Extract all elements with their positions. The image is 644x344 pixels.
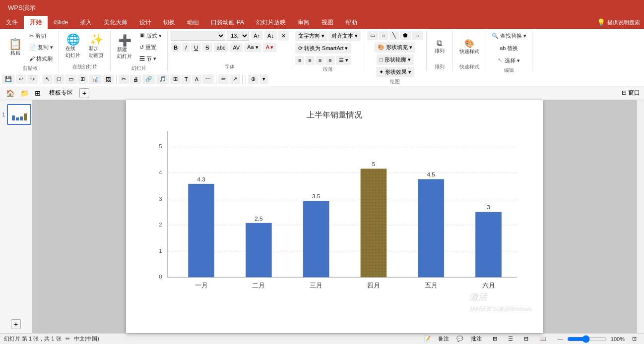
shapes-button[interactable]: ⬡ (54, 74, 64, 84)
image-button[interactable]: 🖼 (103, 75, 114, 84)
shape-effect-button[interactable]: ✦ 形状效果 ▾ (376, 67, 414, 77)
bold-button[interactable]: B (171, 43, 181, 52)
shadow-button[interactable]: abc (214, 43, 229, 52)
extra-button[interactable]: ▾ (259, 74, 268, 84)
tab-help[interactable]: 帮助 (339, 16, 363, 29)
print-button[interactable]: 🖨 (130, 75, 141, 84)
font-spacing-button[interactable]: AV (230, 43, 243, 52)
undo-button[interactable]: ↩ (16, 74, 26, 84)
bar-may[interactable] (418, 179, 444, 277)
tab-insert[interactable]: 插入 (74, 16, 98, 29)
align-right-button[interactable]: ≡ (316, 56, 324, 65)
replace-button[interactable]: ab 替换 (497, 43, 520, 54)
folder-icon[interactable]: 📁 (18, 88, 31, 98)
draw-tool-button[interactable]: ✏ (218, 74, 229, 84)
slide-sorter-button[interactable]: ⊟ (520, 335, 532, 343)
template-icon[interactable]: ⊞ (33, 88, 43, 98)
tab-pocketanim[interactable]: 口袋动画 PA (205, 16, 250, 29)
wordart-button[interactable]: A (192, 75, 201, 84)
cursor-button[interactable]: ↖ (42, 74, 53, 84)
convert-smartart-button[interactable]: ⟳ 转换为 SmartArt ▾ (295, 43, 351, 54)
reset-button[interactable]: ↺ 重置 (137, 42, 164, 53)
align-justify-button[interactable]: ≡ (325, 56, 334, 65)
view-toggle-button[interactable]: ⊞ (77, 74, 88, 84)
format-painter-button[interactable]: 🖌 格式刷 (27, 54, 56, 64)
cut-button[interactable]: ✂ 剪切 (27, 31, 56, 41)
text-case-button[interactable]: Aa ▾ (244, 43, 261, 52)
font-family-select[interactable] (171, 31, 225, 41)
tab-home[interactable]: 开始 (24, 16, 48, 29)
tab-slideshow[interactable]: 幻灯片放映 (250, 16, 292, 29)
italic-button[interactable]: I (182, 43, 190, 52)
tab-view[interactable]: 视图 (316, 16, 339, 29)
section-button[interactable]: ☰ 节 ▾ (137, 54, 164, 64)
new-slide-button[interactable]: ➕ 新建幻灯片 (114, 33, 135, 62)
bar-january[interactable] (188, 184, 214, 277)
underline-button[interactable]: U (191, 43, 201, 52)
frame-button[interactable]: ▭ (65, 74, 76, 84)
arrow-button[interactable]: → (412, 31, 423, 40)
tab-beautify[interactable]: 美化大师 (98, 16, 133, 29)
text-box-button[interactable]: T (182, 75, 191, 84)
clear-format-button[interactable]: ✕ (278, 31, 289, 41)
bar-june[interactable] (475, 212, 502, 278)
quick-style-button[interactable]: 🎨 快速样式 (456, 37, 483, 57)
table-button[interactable]: ⊞ (170, 74, 181, 84)
more-button[interactable]: ⋯ (202, 74, 214, 84)
align-left-button[interactable]: ≡ (295, 56, 304, 65)
copy-button[interactable]: 📄 复制 ▾ (27, 42, 56, 53)
strikethrough-button[interactable]: S (202, 43, 212, 52)
chart-area[interactable]: 0 1 2 3 4 5 4.3 一月 2.5 二月 (136, 125, 533, 304)
tab-switch[interactable]: 切换 (157, 16, 181, 29)
chart-button[interactable]: 📊 (89, 74, 102, 84)
notes-button[interactable]: 备注 (435, 334, 452, 344)
home-icon[interactable]: 🏠 (4, 88, 16, 98)
rect-button[interactable]: ▭ (367, 31, 378, 40)
comments-button[interactable]: 批注 (467, 334, 485, 344)
line-button[interactable]: ╲ (389, 31, 399, 40)
crop-button[interactable]: ✂ (119, 74, 129, 84)
font-increase-button[interactable]: A↑ (251, 31, 263, 40)
shapes-more-button[interactable]: ⬟ (400, 31, 411, 40)
bar-march[interactable] (303, 201, 329, 278)
text-direction-button[interactable]: 文字方向 ▾ (295, 31, 327, 41)
tab-design[interactable]: 设计 (133, 16, 157, 29)
save-button[interactable]: 💾 (2, 74, 15, 84)
font-color-button[interactable]: A ▾ (263, 43, 277, 52)
align-text-button[interactable]: 对齐文本 ▾ (328, 31, 361, 41)
link-button[interactable]: 🔗 (142, 74, 155, 84)
pointer-button[interactable]: ↗ (230, 74, 240, 84)
shape-outline-button[interactable]: □ 形状轮廓 ▾ (377, 55, 414, 65)
font-decrease-button[interactable]: A↓ (264, 31, 277, 40)
reading-view-button[interactable]: 📖 (536, 335, 550, 343)
template-area-item[interactable]: 模板专区 (45, 87, 77, 99)
select-button[interactable]: ↖ 选择 ▾ (495, 56, 522, 66)
layout-button[interactable]: ▣ 版式 ▾ (137, 31, 164, 41)
redo-button[interactable]: ↪ (27, 74, 38, 84)
outline-view-button[interactable]: ☰ (505, 335, 516, 343)
add-tab-button[interactable]: + (79, 88, 89, 98)
slide-thumbnail[interactable] (7, 104, 31, 125)
bar-february[interactable] (246, 223, 272, 277)
media-button[interactable]: 🎵 (156, 74, 169, 84)
fit-window-button[interactable]: ⊡ (629, 335, 640, 343)
paste-button[interactable]: 📋 粘贴 (5, 37, 25, 58)
align-center-button[interactable]: ≡ (305, 56, 314, 65)
arrange-button[interactable]: ⧉ 排列 (430, 37, 450, 57)
tab-animation[interactable]: 动画 (181, 16, 205, 29)
font-size-select[interactable]: 13.3 (227, 31, 249, 41)
add-anim-button[interactable]: ✨ 新加动画页 (85, 32, 107, 61)
add-slide-button[interactable]: + (11, 319, 21, 329)
oval-button[interactable]: ○ (379, 31, 388, 40)
tab-file[interactable]: 文件 (0, 16, 24, 29)
fill-color-button[interactable]: 🎨 形状填充 ▾ (375, 42, 415, 53)
col-button[interactable]: ☰ ▾ (336, 56, 351, 65)
tab-islide[interactable]: iSlide (48, 16, 74, 29)
zoom-slider[interactable] (567, 335, 607, 343)
find-replace-button[interactable]: 🔍 查找替换 ▾ (489, 31, 529, 41)
online-slide-button[interactable]: 🌐 在线幻灯片 (62, 32, 84, 61)
normal-view-button[interactable]: ⊞ (489, 335, 501, 343)
tab-review[interactable]: 审阅 (292, 16, 316, 29)
arrange-order-button[interactable]: ⊕ (248, 74, 258, 84)
search-hint[interactable]: 提供说明搜索 (607, 19, 640, 26)
